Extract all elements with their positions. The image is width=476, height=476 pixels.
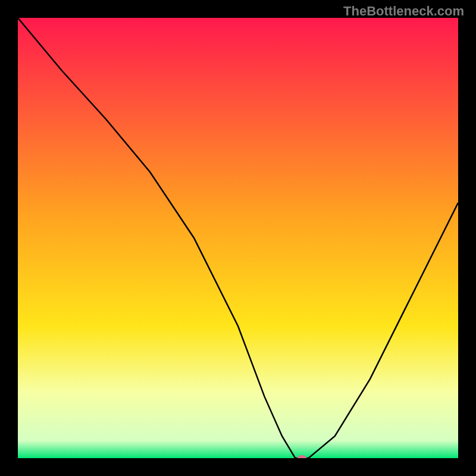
plot-area [18,18,458,458]
heatmap-background [18,18,458,458]
watermark-text: TheBottleneck.com [343,4,464,19]
chart-container: TheBottleneck.com [0,0,476,476]
chart-svg [18,18,458,458]
